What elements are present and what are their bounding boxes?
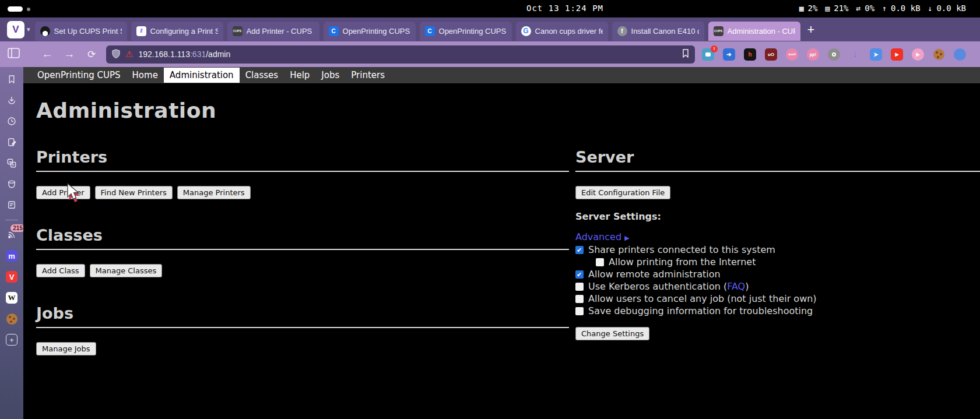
extension-meet-icon[interactable]: ! — [702, 48, 714, 61]
shield-icon[interactable] — [112, 49, 120, 60]
nav-help[interactable]: Help — [284, 68, 315, 83]
option-label: Save debugging information for troublesh… — [588, 305, 813, 316]
tab-canon-driver-search[interactable]: G Canon cups driver fedora... — [516, 22, 608, 41]
vivaldi-menu-button[interactable]: V — [7, 21, 24, 38]
panel-toggle-icon[interactable] — [8, 48, 20, 61]
extension-fdm-icon[interactable]: ➔ — [723, 48, 735, 61]
tab-install-canon-driver[interactable]: f Install Canon E410 driver — [612, 22, 704, 41]
tab-add-printer[interactable]: CUPS Add Printer - CUPS 2.4.14 — [227, 22, 319, 41]
option-kerberos: Use Kerberos authentication (FAQ) — [575, 281, 980, 292]
google-favicon: G — [521, 26, 531, 36]
page-title: Administration — [36, 98, 980, 122]
jobs-heading: Jobs — [36, 304, 569, 322]
extension-gray-dot-icon[interactable] — [828, 48, 840, 61]
extension-honey-icon[interactable]: h — [744, 48, 756, 61]
reload-button[interactable]: ⟳ — [80, 48, 103, 61]
faq-link[interactable]: FAQ — [727, 281, 745, 292]
kerberos-checkbox[interactable] — [575, 283, 584, 291]
bookmark-icon[interactable] — [682, 49, 689, 59]
share-printers-checkbox[interactable] — [575, 246, 584, 254]
memory-usage: 21% — [834, 3, 848, 13]
sessions-panel-icon[interactable] — [5, 178, 18, 191]
wikipedia-panel-icon[interactable]: W — [5, 291, 18, 304]
find-new-printers-button[interactable]: Find New Printers — [95, 186, 173, 199]
nav-jobs[interactable]: Jobs — [315, 68, 345, 83]
option-label: Use Kerberos authentication (FAQ) — [588, 281, 749, 292]
extension-partial-icon[interactable] — [954, 48, 966, 61]
downloads-panel-icon[interactable] — [5, 94, 18, 107]
system-stats[interactable]: ▦2% ▤21% ⇄0% ↑0.0 kB ↓0.0 kB — [799, 3, 966, 13]
forward-button[interactable]: → — [58, 48, 80, 61]
add-printer-button[interactable]: Add Printer — [36, 186, 90, 199]
url-field[interactable]: ⚠ 192.168.1.113:631/admin — [106, 45, 695, 64]
swap-icon: ⇄ — [856, 4, 861, 13]
manage-printers-button[interactable]: Manage Printers — [177, 186, 251, 199]
extension-pp-icon[interactable]: pp! — [807, 48, 819, 61]
bookmarks-panel-icon[interactable] — [5, 73, 18, 86]
feeds-panel-icon[interactable]: 215 — [5, 228, 18, 241]
page-content: Administration Printers Add Printer Find… — [23, 98, 980, 361]
memory-icon: ▤ — [825, 4, 830, 13]
option-label: Allow printing from the Internet — [609, 256, 756, 267]
manage-jobs-button[interactable]: Manage Jobs — [36, 342, 96, 355]
mastodon-panel-icon[interactable]: m — [5, 249, 18, 262]
extension-pointer-icon[interactable]: ➤ — [870, 48, 882, 61]
extension-ublock-icon[interactable]: uO — [765, 48, 777, 61]
option-label: Share printers connected to this system — [588, 244, 775, 255]
tab-configuring-print-server[interactable]: // Configuring a Print Serve... — [131, 22, 223, 41]
history-panel-icon[interactable] — [5, 115, 18, 128]
tab-openprinting-1[interactable]: C OpenPrinting CUPS — [324, 22, 416, 41]
internet-printing-checkbox[interactable] — [596, 258, 604, 266]
menu-caret-icon[interactable]: ▾ — [27, 26, 30, 33]
add-class-button[interactable]: Add Class — [36, 264, 85, 277]
vivaldi-panel-icon[interactable]: V — [5, 270, 18, 283]
download-icon: ↓ — [928, 4, 933, 13]
clock[interactable]: Oct 13 1:24 PM — [526, 3, 603, 13]
server-rule — [575, 171, 980, 172]
extension-dislike-icon[interactable]: ▶ — [891, 48, 903, 61]
back-button[interactable]: ← — [36, 48, 58, 61]
notes-panel-icon[interactable] — [5, 136, 18, 149]
new-tab-button[interactable]: + — [807, 22, 815, 37]
extension-cookie-icon[interactable] — [933, 48, 945, 61]
printers-heading: Printers — [36, 148, 569, 166]
classes-rule — [36, 249, 569, 250]
option-share-printers: Share printers connected to this system — [575, 244, 980, 255]
tab-openprinting-2[interactable]: C OpenPrinting CUPS — [420, 22, 512, 41]
extension-play-icon[interactable]: ▶ — [912, 48, 924, 61]
url-port: :631 — [190, 50, 206, 59]
edit-configuration-file-button[interactable]: Edit Configuration File — [575, 186, 670, 199]
left-column: Printers Add Printer Find New Printers M… — [36, 140, 569, 361]
extension-pink-badge-icon[interactable]: asnf — [786, 48, 798, 61]
option-remote-administration: Allow remote administration — [575, 269, 980, 280]
nav-classes[interactable]: Classes — [240, 68, 284, 83]
nav-home[interactable]: Home — [127, 68, 164, 83]
cookie-panel-icon[interactable] — [5, 312, 18, 325]
change-settings-button[interactable]: Change Settings — [575, 327, 649, 340]
cpu-usage: 2% — [808, 3, 818, 13]
workspace-indicator-dot[interactable] — [27, 8, 30, 11]
advanced-link[interactable]: Advanced ▶ — [575, 231, 980, 242]
nav-brand[interactable]: OpenPrinting CUPS — [31, 68, 127, 83]
tab-cups-setup[interactable]: Set Up CUPS Print Server... — [35, 22, 127, 41]
cancel-any-job-checkbox[interactable] — [575, 295, 584, 303]
save-debugging-checkbox[interactable] — [575, 307, 584, 315]
cups-blue-favicon: C — [425, 26, 435, 36]
tux-favicon — [40, 26, 50, 36]
remote-admin-checkbox[interactable] — [575, 270, 584, 279]
workspace-indicator-active[interactable] — [8, 6, 23, 12]
cups-favicon: CUPS — [714, 26, 723, 36]
option-cancel-any-job: Allow users to cancel any job (not just … — [575, 293, 980, 304]
reading-list-panel-icon[interactable] — [5, 199, 18, 212]
add-web-panel-icon[interactable]: + — [5, 333, 18, 346]
nav-printers[interactable]: Printers — [345, 68, 391, 83]
insecure-warning-icon[interactable]: ⚠ — [125, 49, 133, 59]
translate-panel-icon[interactable] — [5, 157, 18, 170]
cpu-icon: ▦ — [799, 4, 804, 13]
extension-down-arrow-icon[interactable]: ↓ — [849, 48, 861, 61]
manage-classes-button[interactable]: Manage Classes — [90, 264, 163, 277]
nav-administration[interactable]: Administration — [164, 68, 240, 83]
notification-badge: ! — [711, 45, 718, 52]
tab-cups-administration-active[interactable]: CUPS Administration - CUPS 2.4.1 — [708, 22, 800, 41]
url-text[interactable]: 192.168.1.113:631/admin — [138, 50, 677, 59]
